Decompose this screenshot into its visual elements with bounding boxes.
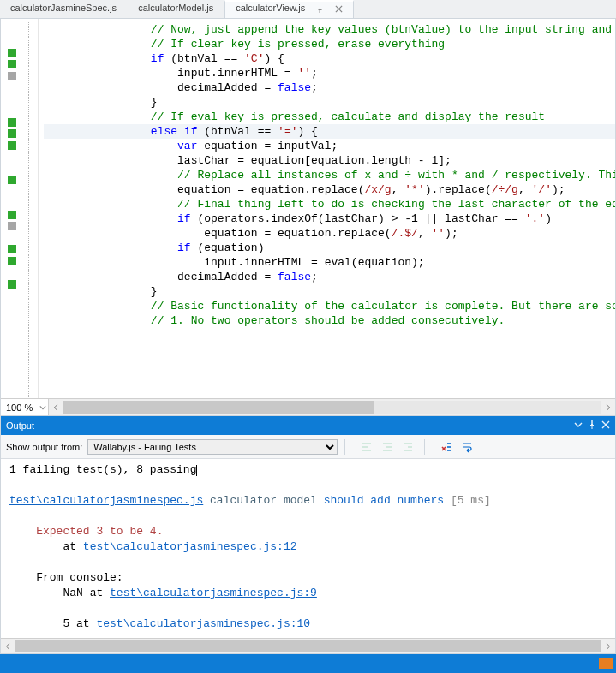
editor-bottom-bar: 100 % [1, 398, 615, 415]
code-line[interactable]: equation = equation.replace(/x/g, '*').r… [44, 182, 615, 197]
status-bar [0, 654, 616, 673]
scroll-right-icon[interactable] [601, 399, 615, 415]
code-editor[interactable]: // Now, just append the key values (btnV… [0, 19, 616, 416]
tab-calculator-jasmine-spec[interactable]: calculatorJasmineSpec.js [0, 0, 128, 18]
tab-calculator-model[interactable]: calculatorModel.js [128, 0, 224, 18]
code-line[interactable]: } [44, 95, 615, 110]
indent-mid-button[interactable] [378, 438, 397, 456]
coverage-marker [8, 95, 16, 104]
pin-icon[interactable] [583, 420, 596, 431]
code-line[interactable]: // 1. No two operators should be added c… [44, 313, 615, 328]
coverage-marker [8, 49, 16, 57]
zoom-dropdown[interactable]: 100 % [1, 399, 49, 415]
coverage-marker [8, 234, 16, 242]
output-summary: 1 failing test(s), 8 passing [9, 463, 196, 476]
code-line[interactable]: // Final thing left to do is checking th… [44, 197, 615, 211]
chevron-down-icon [39, 404, 46, 411]
output-titlebar[interactable]: Output [1, 416, 615, 435]
output-source-select[interactable]: Wallaby.js - Failing Tests [87, 439, 338, 455]
coverage-marker [8, 280, 16, 289]
coverage-marker [8, 72, 16, 80]
code-line[interactable]: // If eval key is pressed, calculate and… [44, 110, 615, 124]
coverage-marker [8, 268, 16, 277]
expectation-failure: Expected 3 to be 4. [9, 524, 607, 539]
code-line[interactable]: equation = equation.replace(/.$/, ''); [44, 226, 615, 241]
from-console-label: From console: [9, 570, 607, 586]
tab-label: calculatorJasmineSpec.js [10, 3, 117, 13]
code-line[interactable]: decimalAdded = false; [44, 80, 615, 95]
failing-test-header: test\calculatorjasminespec.js calculator… [9, 493, 607, 509]
coverage-marker [8, 199, 16, 207]
tab-label: calculatorModel.js [138, 3, 213, 13]
code-line[interactable]: else if (btnVal == '=') { [44, 124, 615, 139]
outline-gutter [23, 19, 39, 398]
pin-icon[interactable] [316, 3, 326, 13]
coverage-marker [8, 291, 16, 300]
test-file-link[interactable]: test\calculatorjasminespec.js [9, 494, 203, 507]
code-line[interactable]: lastChar = equation[equation.length - 1]… [44, 153, 615, 168]
output-title-label: Output [6, 420, 34, 431]
coverage-marker [8, 37, 16, 45]
tab-label: calculatorView.js [236, 3, 305, 13]
coverage-marker [8, 83, 16, 92]
hscroll-thumb[interactable] [15, 640, 601, 652]
coverage-marker [8, 26, 16, 34]
coverage-marker [8, 106, 16, 115]
coverage-marker [8, 303, 16, 312]
code-line[interactable]: // Now, just append the key values (btnV… [44, 22, 615, 37]
editor-tabstrip: calculatorJasmineSpec.js calculatorModel… [0, 0, 616, 19]
stack-link-2[interactable]: test\calculatorjasminespec.js:9 [110, 587, 317, 599]
feedback-icon[interactable] [599, 658, 613, 669]
coverage-marker [8, 152, 16, 161]
coverage-gutter [1, 19, 23, 398]
output-body[interactable]: 1 failing test(s), 8 passing test\calcul… [1, 459, 615, 638]
stack-link-1[interactable]: test\calculatorjasminespec.js:12 [83, 540, 297, 553]
hscroll-thumb[interactable] [63, 401, 374, 414]
output-hscrollbar[interactable] [1, 638, 615, 653]
coverage-marker [8, 222, 16, 230]
code-line[interactable]: var equation = inputVal; [44, 139, 615, 153]
text-cursor [196, 465, 197, 476]
code-line[interactable]: input.innerHTML = ''; [44, 66, 615, 80]
code-line[interactable]: if (equation) [44, 241, 615, 255]
coverage-marker [8, 164, 16, 173]
coverage-marker [8, 141, 16, 150]
coverage-marker [8, 211, 16, 219]
code-line[interactable]: input.innerHTML = eval(equation); [44, 255, 615, 270]
show-output-label: Show output from: [6, 442, 82, 452]
coverage-marker [8, 129, 16, 138]
output-toolbar: Show output from: Wallaby.js - Failing T… [1, 435, 615, 459]
code-line[interactable]: if (btnVal == 'C') { [44, 51, 615, 66]
coverage-marker [8, 257, 16, 265]
code-line[interactable]: decimalAdded = false; [44, 270, 615, 284]
code-line[interactable]: // Basic functionality of the calculator… [44, 299, 615, 313]
coverage-marker [8, 176, 16, 184]
toggle-wrap-button[interactable] [458, 438, 476, 456]
coverage-marker [8, 188, 16, 196]
coverage-marker [8, 326, 16, 335]
dropdown-icon[interactable] [569, 420, 583, 431]
indent-left-button[interactable] [357, 438, 376, 456]
scroll-left-icon[interactable] [1, 639, 15, 653]
editor-hscrollbar[interactable] [49, 399, 615, 415]
code-line[interactable]: } [44, 284, 615, 299]
coverage-marker [8, 60, 16, 68]
code-area[interactable]: // Now, just append the key values (btnV… [39, 19, 615, 398]
coverage-marker [8, 245, 16, 253]
code-line[interactable]: // Replace all instances of x and ÷ with… [44, 168, 615, 182]
tab-calculator-view[interactable]: calculatorView.js [224, 0, 354, 18]
indent-right-button[interactable] [398, 438, 417, 456]
scroll-right-icon[interactable] [601, 639, 615, 653]
code-line[interactable]: // If clear key is pressed, erase everyt… [44, 37, 615, 51]
clear-output-button[interactable] [437, 438, 456, 456]
close-icon[interactable] [335, 3, 343, 13]
coverage-marker [8, 314, 16, 323]
close-icon[interactable] [596, 420, 610, 431]
output-panel: Output Show output from: Wallaby.js - Fa… [0, 416, 616, 654]
code-line[interactable]: if (operators.indexOf(lastChar) > -1 || … [44, 211, 615, 226]
scroll-left-icon[interactable] [49, 399, 63, 415]
stack-link-3[interactable]: test\calculatorjasminespec.js:10 [96, 617, 310, 630]
zoom-value: 100 % [6, 402, 33, 413]
coverage-marker [8, 118, 16, 127]
